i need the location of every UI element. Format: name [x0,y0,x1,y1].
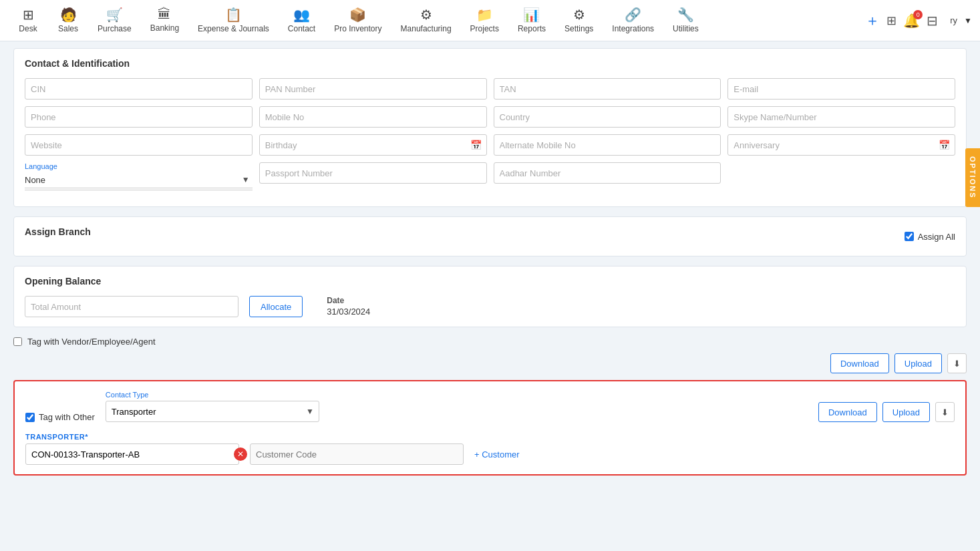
anniversary-field: 📅 [727,134,955,156]
nav-item-proinventory[interactable]: 📦 Pro Inventory [325,3,391,39]
download-button-2[interactable]: Download [818,402,877,422]
spacer [727,162,955,190]
upload-button-2[interactable]: Upload [882,402,930,422]
tag-other-wrap: Tag with Other [25,412,95,422]
nav-label-projects: Projects [470,24,499,33]
customer-code-input[interactable] [250,443,464,465]
mobile-input[interactable] [259,106,487,128]
nav-item-reports[interactable]: 📊 Reports [508,3,555,39]
passport-input[interactable] [259,162,487,184]
phone-input[interactable] [25,106,253,128]
add-customer-text: + Customer [474,449,520,460]
close-transporter-button[interactable]: ✕ [234,447,247,461]
country-input[interactable] [494,106,721,128]
manufacturing-icon: ⚙ [420,7,432,23]
proinventory-icon: 📦 [349,7,366,23]
customer-code-wrap [250,443,464,465]
pan-input[interactable] [259,78,487,100]
nav-right: ＋ ⊞ 🔔 0 ⊟ ry ▼ [865,11,972,31]
nav-label-proinventory: Pro Inventory [334,24,381,33]
nav-item-banking[interactable]: 🏛 Banking [141,3,188,38]
language-select[interactable]: None [25,172,253,188]
contact-type-label: Contact Type [106,391,319,399]
aadhar-input[interactable] [494,162,721,184]
add-customer-link[interactable]: + Customer [474,449,520,460]
form-row-3: 📅 📅 [25,134,955,156]
opening-balance-section: Opening Balance Allocate Date 31/03/2024 [13,266,967,327]
birthday-input[interactable] [259,134,487,156]
apps-icon[interactable]: ⊟ [927,13,938,29]
banking-icon: 🏛 [158,7,171,22]
tag-other-label-text: Tag with Other [39,412,95,422]
upload-button-1[interactable]: Upload [894,353,942,373]
allocate-wrap: Allocate [249,296,303,317]
country-field [494,106,721,128]
purchase-icon: 🛒 [106,7,123,23]
language-field: Language None ▼ [25,162,253,190]
nav-label-reports: Reports [518,24,546,33]
transporter-section: TRANSPORTER* ✕ + Customer [25,433,955,465]
tan-field [494,78,721,100]
mobile-field [259,106,487,128]
opening-balance-title: Opening Balance [25,276,955,287]
passport-field [259,162,487,190]
date-value: 31/03/2024 [327,307,370,317]
email-input[interactable] [727,78,955,100]
nav-item-sales[interactable]: 🧑 Sales [48,3,88,39]
nav-label-settings: Settings [564,24,593,33]
nav-item-integrations[interactable]: 🔗 Integrations [603,3,663,39]
transporter-input[interactable] [25,443,239,465]
download-button-1[interactable]: Download [830,353,889,373]
notification-badge: 0 [913,10,923,19]
assign-branch-title: Assign Branch [25,226,91,237]
anniversary-input[interactable] [727,134,955,156]
nav-item-desk[interactable]: ⊞ Desk [8,3,48,39]
highlighted-section: Tag with Other Contact Type Transporter … [13,380,967,476]
download-icon-button-1[interactable]: ⬇ [947,353,967,373]
nav-label-contact: Contact [288,24,315,33]
aadhar-field [494,162,721,190]
contact-type-select-wrapper: Transporter Customer Vendor Employee ▼ [106,401,319,422]
options-tab[interactable]: OPTIONS [965,148,980,207]
nav-item-settings[interactable]: ⚙ Settings [555,3,603,39]
download-icon-button-2[interactable]: ⬇ [935,402,955,422]
transporter-input-wrap: ✕ [25,443,239,465]
assign-all-checkbox[interactable] [905,232,914,241]
nav-dropdown-arrow[interactable]: ▼ [964,16,972,25]
assign-all-text: Assign All [918,232,955,242]
tag-vendor-label: Tag with Vendor/Employee/Agent [27,337,156,347]
add-button[interactable]: ＋ [865,11,880,31]
top-navigation: ⊞ Desk 🧑 Sales 🛒 Purchase 🏛 Banking 📋 Ex… [0,0,980,41]
nav-item-purchase[interactable]: 🛒 Purchase [88,3,141,39]
transporter-label: TRANSPORTER* [25,433,955,441]
cin-field [25,78,253,100]
date-section: Date 31/03/2024 [327,296,370,317]
nav-item-expense[interactable]: 📋 Expense & Journals [188,3,279,39]
tag-other-checkbox[interactable] [25,413,35,422]
notification-icon[interactable]: 🔔 0 [903,13,920,29]
cin-input[interactable] [25,78,253,100]
skype-input[interactable] [727,106,955,128]
nav-item-contact[interactable]: 👥 Contact [279,3,325,39]
nav-label-desk: Desk [19,24,37,33]
anniversary-calendar-icon[interactable]: 📅 [939,140,950,150]
tan-input[interactable] [494,78,721,100]
website-input[interactable] [25,134,253,156]
tag-other-checkbox-label[interactable]: Tag with Other [25,412,95,422]
allocate-button[interactable]: Allocate [249,296,303,317]
alt-mobile-input[interactable] [494,134,721,156]
nav-item-utilities[interactable]: 🔧 Utilities [663,3,708,39]
date-label: Date [327,296,370,305]
assign-all-label[interactable]: Assign All [905,232,955,242]
email-field [727,78,955,100]
language-label: Language [25,162,253,170]
form-row-4: Language None ▼ [25,162,955,190]
website-field [25,134,253,156]
total-amount-input[interactable] [25,296,238,317]
tag-vendor-checkbox[interactable] [13,337,22,346]
nav-item-projects[interactable]: 📁 Projects [461,3,508,39]
birthday-calendar-icon[interactable]: 📅 [470,140,482,150]
nav-item-manufacturing[interactable]: ⚙ Manufacturing [391,3,461,39]
grid-icon[interactable]: ⊞ [886,13,896,28]
contact-type-select[interactable]: Transporter Customer Vendor Employee [106,401,319,422]
